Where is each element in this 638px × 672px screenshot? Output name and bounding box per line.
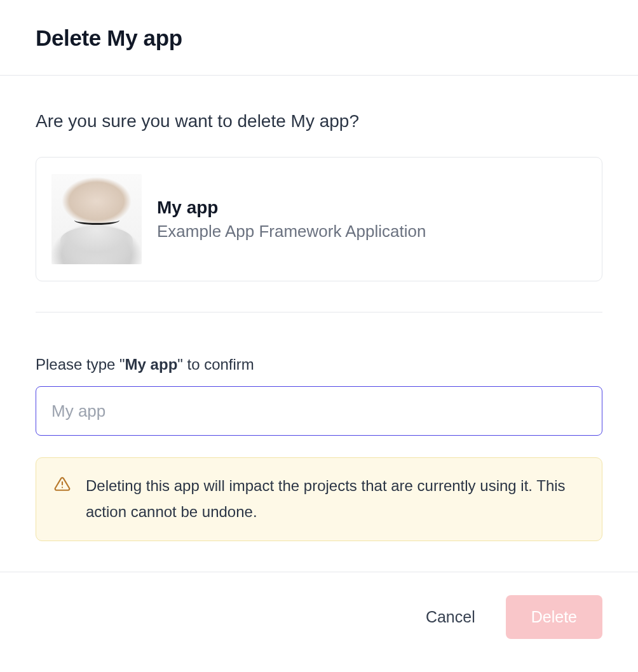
delete-button[interactable]: Delete <box>506 595 602 639</box>
app-name: My app <box>157 198 426 218</box>
dialog-title: Delete My app <box>36 25 602 51</box>
warning-banner: Deleting this app will impact the projec… <box>36 457 602 541</box>
cancel-button[interactable]: Cancel <box>426 608 475 626</box>
dialog-content: Are you sure you want to delete My app? … <box>0 76 638 572</box>
app-description: Example App Framework Application <box>157 222 426 241</box>
confirm-input[interactable] <box>36 386 602 436</box>
dialog-header: Delete My app <box>0 0 638 76</box>
warning-text: Deleting this app will impact the projec… <box>86 473 584 525</box>
app-avatar <box>51 174 142 264</box>
confirm-label-suffix: " to confirm <box>177 356 254 373</box>
app-info: My app Example App Framework Application <box>157 198 426 241</box>
confirm-label-prefix: Please type " <box>36 356 125 373</box>
dialog-footer: Cancel Delete <box>0 572 638 672</box>
confirm-input-label: Please type "My app" to confirm <box>36 356 602 373</box>
warning-triangle-icon <box>54 476 71 492</box>
confirm-question: Are you sure you want to delete My app? <box>36 111 602 131</box>
divider <box>36 312 602 312</box>
confirm-label-appname: My app <box>125 356 178 373</box>
app-card: My app Example App Framework Application <box>36 157 602 281</box>
